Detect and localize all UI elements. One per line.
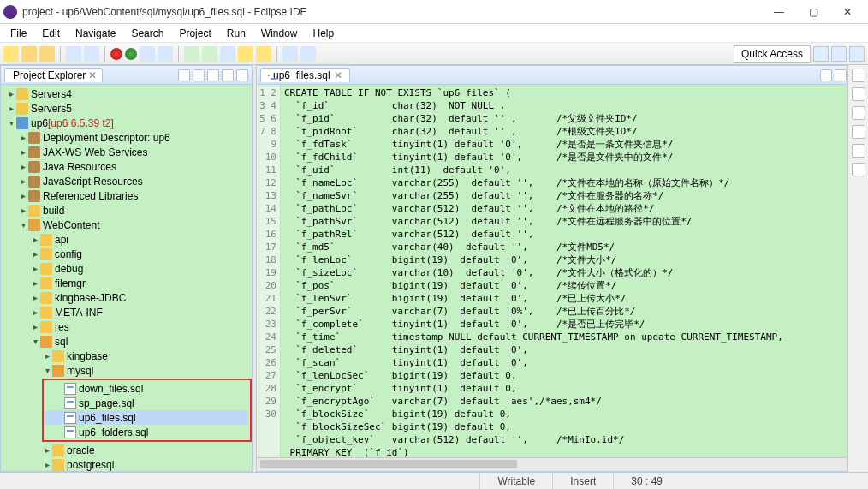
tree[interactable]: ▸Servers4▸Servers5▾up6 [up6 6.5.39 t2]▸D… [1, 85, 252, 471]
minimize-editor-icon[interactable] [820, 69, 832, 81]
forward-icon[interactable] [300, 46, 316, 62]
tree-item[interactable]: ▸debug [1, 261, 252, 276]
twisty-icon[interactable]: ▸ [30, 249, 40, 259]
view-menu-icon[interactable] [207, 69, 219, 81]
tree-item[interactable]: ▸res [1, 319, 252, 334]
tree-item[interactable]: ▾up6 [up6 6.5.39 t2] [1, 116, 252, 130]
save-button-icon[interactable] [21, 46, 37, 62]
tree-item[interactable]: ▸kingbase [1, 349, 252, 363]
twisty-icon[interactable]: ▸ [30, 264, 40, 273]
tree-item[interactable]: ▸Servers4 [1, 86, 252, 101]
tool-icon[interactable] [220, 46, 235, 62]
save-all-icon[interactable] [39, 46, 55, 62]
twisty-icon[interactable]: ▸ [30, 278, 40, 288]
close-icon[interactable]: ✕ [334, 69, 342, 81]
twisty-icon[interactable]: ▸ [42, 351, 52, 361]
twisty-icon[interactable]: ▸ [6, 89, 16, 98]
minimize-view-icon[interactable] [222, 69, 234, 81]
horizontal-scrollbar[interactable] [257, 457, 847, 471]
maximize-editor-icon[interactable] [835, 69, 847, 81]
outline-icon[interactable] [852, 69, 865, 82]
tree-item[interactable]: ▾sql [1, 334, 252, 349]
tree-item[interactable]: up6_folders.sql [45, 425, 248, 439]
tree-item[interactable]: down_files.sql [45, 381, 248, 396]
twisty-icon[interactable]: ▸ [6, 104, 16, 113]
properties-icon[interactable] [852, 144, 865, 158]
twisty-icon[interactable]: ▾ [42, 366, 52, 375]
close-icon[interactable]: ✕ [88, 69, 97, 81]
menu-edit[interactable]: Edit [35, 26, 67, 41]
menu-help[interactable]: Help [306, 26, 342, 41]
snippets-icon[interactable] [852, 125, 865, 139]
twisty-icon[interactable]: ▸ [18, 147, 28, 157]
menu-navigate[interactable]: Navigate [68, 26, 122, 41]
close-button[interactable]: ✕ [830, 2, 865, 22]
twisty-icon[interactable]: ▸ [18, 191, 28, 200]
tool-icon[interactable] [158, 46, 173, 62]
twisty-icon[interactable]: ▸ [30, 235, 40, 244]
project-explorer-tab[interactable]: Project Explorer ✕ [4, 68, 103, 82]
twisty-icon[interactable]: ▾ [30, 337, 40, 346]
tree-item[interactable]: ▸Referenced Libraries [1, 188, 252, 203]
twisty-icon[interactable]: ▸ [18, 162, 28, 171]
run-icon[interactable] [125, 48, 137, 60]
tool-icon[interactable] [256, 46, 271, 62]
tree-item[interactable]: ▾mysql [1, 363, 252, 378]
code-area[interactable]: CREATE TABLE IF NOT EXISTS `up6_files` (… [281, 85, 847, 457]
tool-icon[interactable] [184, 46, 199, 62]
tree-item[interactable]: ▸build [1, 203, 252, 218]
twisty-icon[interactable]: ▸ [30, 322, 40, 331]
twisty-icon[interactable]: ▾ [6, 118, 16, 128]
twisty-icon[interactable]: ▸ [30, 293, 40, 302]
tree-item[interactable]: ▸api [1, 232, 252, 247]
tool-icon[interactable] [238, 46, 253, 62]
tree-item[interactable]: ▸oracle [1, 443, 252, 457]
menu-search[interactable]: Search [124, 26, 170, 41]
perspective-icon[interactable] [849, 46, 865, 62]
twisty-icon[interactable]: ▸ [30, 307, 40, 317]
servers-icon[interactable] [852, 106, 865, 120]
twisty-icon[interactable]: ▸ [42, 445, 52, 455]
editor[interactable]: 1 2 3 4 5 6 7 8 9 10 11 12 13 14 15 16 1… [257, 85, 847, 457]
twisty-icon[interactable]: ▸ [18, 133, 28, 142]
tree-item[interactable]: sp_page.sql [45, 396, 248, 410]
tree-item[interactable]: ▸Servers5 [1, 101, 252, 116]
perspective-icon[interactable] [831, 46, 847, 62]
quick-access[interactable]: Quick Access [734, 45, 811, 63]
tree-item[interactable]: ▸kingbase-JDBC [1, 290, 252, 305]
minimize-button[interactable]: — [762, 2, 796, 22]
console-icon[interactable] [852, 163, 865, 176]
tasks-icon[interactable] [852, 87, 865, 101]
twisty-icon[interactable]: ▸ [42, 460, 52, 469]
perspective-icon[interactable] [813, 46, 829, 62]
debug-icon[interactable] [110, 48, 122, 60]
maximize-button[interactable]: ▢ [796, 2, 830, 22]
tree-item[interactable]: ▸JAX-WS Web Services [1, 145, 252, 159]
collapse-all-icon[interactable] [193, 69, 205, 81]
twisty-icon[interactable]: ▸ [18, 206, 28, 215]
tree-item[interactable]: ▾WebContent [1, 218, 252, 232]
tree-item[interactable]: ▸JavaScript Resources [1, 174, 252, 188]
tree-item[interactable]: ▸postgresql [1, 457, 252, 471]
twisty-icon[interactable]: ▾ [18, 220, 28, 230]
new-button-icon[interactable] [3, 46, 19, 62]
tool-icon[interactable] [66, 46, 81, 62]
menu-window[interactable]: Window [254, 26, 305, 41]
tree-item[interactable]: up6_files.sql [45, 410, 248, 425]
tree-item[interactable]: ▸META-INF [1, 305, 252, 319]
menu-run[interactable]: Run [220, 26, 253, 41]
tool-icon[interactable] [140, 46, 155, 62]
link-editor-icon[interactable] [178, 69, 190, 81]
editor-tab[interactable]: up6_files.sql ✕ [260, 68, 350, 82]
tree-item[interactable]: ▸config [1, 247, 252, 261]
menu-file[interactable]: File [3, 26, 33, 41]
maximize-view-icon[interactable] [236, 69, 248, 81]
tree-item[interactable]: ▸Deployment Descriptor: up6 [1, 130, 252, 145]
twisty-icon[interactable]: ▸ [18, 176, 28, 186]
tree-item[interactable]: ▸Java Resources [1, 159, 252, 174]
back-icon[interactable] [282, 46, 298, 62]
tool-icon[interactable] [202, 46, 217, 62]
menu-project[interactable]: Project [172, 26, 217, 41]
tree-item[interactable]: ▸filemgr [1, 276, 252, 290]
tool-icon[interactable] [84, 46, 99, 62]
